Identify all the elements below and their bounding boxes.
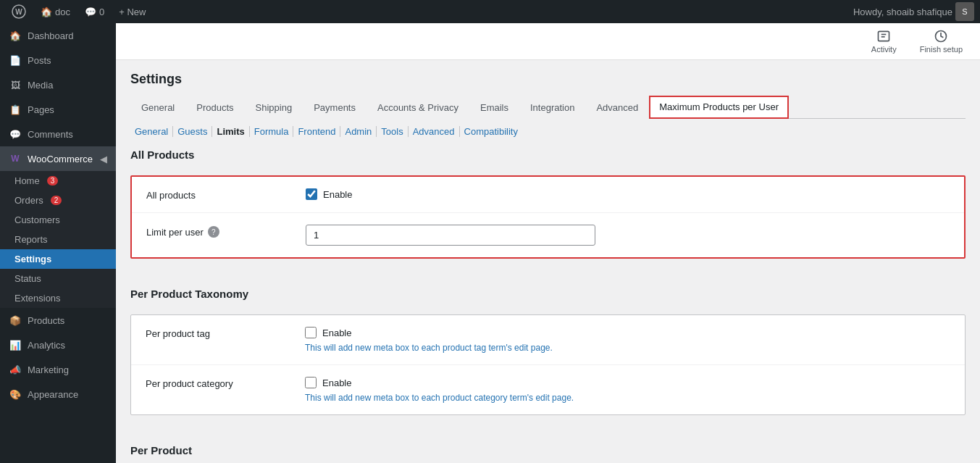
subnav-general[interactable]: General — [130, 126, 173, 137]
svg-text:W: W — [15, 8, 22, 16]
all-products-checkbox[interactable] — [306, 188, 317, 200]
sidebar-item-media[interactable]: 🖼 Media — [0, 72, 116, 97]
pages-icon: 📋 — [9, 103, 22, 116]
limit-per-user-row: Limit per user ? — [132, 213, 964, 257]
subnav-frontend[interactable]: Frontend — [293, 126, 340, 137]
dashboard-icon: 🏠 — [9, 29, 22, 42]
subnav-compatibility[interactable]: Compatibility — [460, 126, 522, 137]
per-product-tag-checkbox[interactable] — [305, 327, 317, 338]
comments-icon: 💬 — [9, 128, 22, 141]
sidebar-item-extensions[interactable]: Extensions — [0, 288, 116, 308]
tab-advanced[interactable]: Advanced — [585, 96, 649, 119]
all-products-form: All products Enable Limit per user — [130, 175, 966, 259]
all-products-heading: All Products — [130, 149, 966, 165]
sidebar-item-posts[interactable]: 📄 Posts — [0, 48, 116, 72]
admin-bar: W 🏠 doc 💬 0 + New Howdy, shoaib shafique… — [0, 0, 980, 23]
per-product-category-row: Per product category Enable This will ad… — [131, 365, 965, 414]
woo-collapse-icon: ◀ — [100, 154, 107, 164]
tab-integration[interactable]: Integration — [519, 96, 585, 119]
sub-nav: General Guests Limits Formula Frontend A… — [130, 126, 966, 137]
wp-logo-button[interactable]: W — [6, 0, 32, 23]
sidebar-item-home[interactable]: Home 3 — [0, 171, 116, 191]
per-product-heading: Per Product — [130, 444, 966, 461]
admin-bar-right: Howdy, shoaib shafique S — [853, 2, 974, 21]
tab-products[interactable]: Products — [185, 96, 244, 119]
taxonomy-form: Per product tag Enable This will add new… — [130, 314, 966, 415]
all-products-section: All Products All products Enable — [130, 149, 966, 280]
settings-wrap: Settings General Products Shipping Payme… — [116, 60, 980, 463]
per-product-tag-checkbox-row: Enable — [305, 327, 950, 338]
per-product-tag-label: Per product tag — [146, 327, 290, 339]
subnav-tools[interactable]: Tools — [377, 126, 408, 137]
woo-icon: W — [9, 152, 22, 165]
tab-emails[interactable]: Emails — [469, 96, 519, 119]
tab-shipping[interactable]: Shipping — [245, 96, 303, 119]
per-product-section: Per Product — [130, 444, 966, 463]
sidebar-item-pages[interactable]: 📋 Pages — [0, 97, 116, 122]
all-products-field: Enable — [306, 188, 950, 200]
tab-payments[interactable]: Payments — [303, 96, 367, 119]
per-product-category-help: This will add new meta box to each produ… — [305, 393, 950, 403]
per-product-tag-field: Enable This will add new meta box to eac… — [305, 327, 950, 353]
subnav-admin[interactable]: Admin — [340, 126, 377, 137]
products-icon: 📦 — [9, 314, 22, 327]
sidebar: 🏠 Dashboard 📄 Posts 🖼 Media 📋 Pages 💬 Co… — [0, 23, 116, 463]
per-product-category-checkbox-row: Enable — [305, 377, 950, 388]
all-products-row: All products Enable — [132, 177, 964, 213]
media-icon: 🖼 — [9, 78, 22, 91]
new-button[interactable]: + New — [113, 0, 151, 23]
woo-submenu: Home 3 Orders 2 Customers Reports Settin… — [0, 171, 116, 308]
sidebar-item-comments[interactable]: 💬 Comments — [0, 122, 116, 146]
subnav-guests[interactable]: Guests — [173, 126, 212, 137]
sidebar-item-woocommerce[interactable]: W WooCommerce ◀ — [0, 146, 116, 171]
site-button[interactable]: 🏠 doc — [35, 0, 76, 23]
sidebar-item-customers[interactable]: Customers — [0, 210, 116, 230]
subnav-limits[interactable]: Limits — [212, 126, 249, 137]
limit-per-user-label: Limit per user ? — [146, 225, 291, 238]
per-product-tag-help: This will add new meta box to each produ… — [305, 343, 950, 353]
settings-tabs: General Products Shipping Payments Accou… — [130, 96, 966, 119]
user-avatar: S — [955, 2, 974, 21]
finish-setup-button[interactable]: Finish setup — [914, 26, 968, 57]
sidebar-item-orders[interactable]: Orders 2 — [0, 191, 116, 210]
taxonomy-heading: Per Product Taxonomy — [130, 288, 966, 304]
appearance-icon: 🎨 — [9, 388, 22, 401]
content-area: Activity Finish setup Settings General P… — [116, 23, 980, 463]
tab-max-products[interactable]: Maximum Products per User — [649, 96, 789, 119]
sidebar-item-analytics[interactable]: 📊 Analytics — [0, 333, 116, 357]
comments-button[interactable]: 💬 0 — [79, 0, 110, 23]
limit-help-icon[interactable]: ? — [208, 226, 219, 238]
tab-accounts[interactable]: Accounts & Privacy — [367, 96, 469, 119]
sidebar-item-status[interactable]: Status — [0, 269, 116, 288]
limit-per-user-field — [306, 225, 950, 246]
all-products-checkbox-row: Enable — [306, 188, 950, 200]
settings-title: Settings — [130, 72, 966, 87]
sidebar-item-dashboard[interactable]: 🏠 Dashboard — [0, 23, 116, 48]
per-product-category-label: Per product category — [146, 377, 290, 389]
subnav-formula[interactable]: Formula — [250, 126, 294, 137]
sidebar-item-reports[interactable]: Reports — [0, 230, 116, 249]
marketing-icon: 📣 — [9, 363, 22, 376]
top-right-panel: Activity Finish setup — [116, 23, 980, 60]
per-product-category-checkbox[interactable] — [305, 377, 317, 388]
sidebar-item-products[interactable]: 📦 Products — [0, 308, 116, 333]
sidebar-item-marketing[interactable]: 📣 Marketing — [0, 357, 116, 382]
per-product-tag-row: Per product tag Enable This will add new… — [131, 315, 965, 365]
analytics-icon: 📊 — [9, 338, 22, 351]
per-product-category-field: Enable This will add new meta box to eac… — [305, 377, 950, 403]
per-product-tag-checkbox-label: Enable — [322, 328, 351, 338]
per-product-category-checkbox-label: Enable — [322, 378, 351, 388]
sidebar-item-appearance[interactable]: 🎨 Appearance — [0, 382, 116, 406]
tab-general[interactable]: General — [130, 96, 185, 119]
activity-button[interactable]: Activity — [866, 26, 902, 57]
limit-per-user-input[interactable] — [306, 225, 595, 246]
taxonomy-section: Per Product Taxonomy Per product tag Ena… — [130, 288, 966, 437]
all-products-checkbox-label: Enable — [323, 189, 352, 200]
all-products-label: All products — [146, 188, 291, 201]
sidebar-item-settings[interactable]: Settings — [0, 249, 116, 269]
subnav-advanced[interactable]: Advanced — [409, 126, 460, 137]
posts-icon: 📄 — [9, 54, 22, 67]
